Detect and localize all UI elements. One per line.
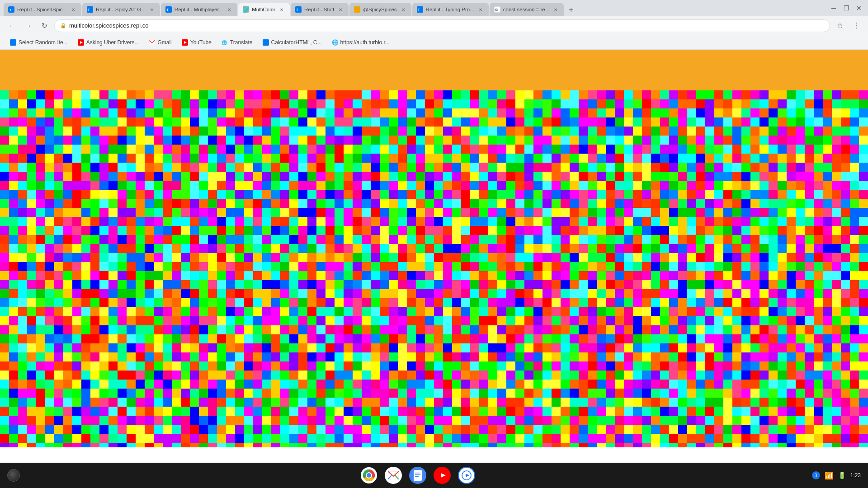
bookmark-label-6: CalculatorHTML, C... xyxy=(271,39,322,46)
tabs-container: r Repl.it - SpicedSpic... ✕ r Repl.it - … xyxy=(4,0,825,16)
bookmark-favicon-2 xyxy=(78,39,84,46)
tab-close-6[interactable]: ✕ xyxy=(400,6,407,13)
taskbar-center xyxy=(24,467,812,484)
tab-label-2: Repl.it - Spicy Art G... xyxy=(96,7,146,12)
svg-rect-23 xyxy=(415,473,420,474)
tab-spicy[interactable]: @SpicySpices ✕ xyxy=(349,3,411,16)
wifi-icon: 📶 xyxy=(825,471,834,480)
bookmark-label-3: Gmail xyxy=(157,39,171,46)
bookmark-favicon-1 xyxy=(10,39,16,46)
tab-replit-2[interactable]: r Repl.it - Spicy Art G... ✕ xyxy=(82,3,160,16)
tab-favicon-1: r xyxy=(8,6,14,13)
taskbar-docs-icon[interactable] xyxy=(409,467,426,484)
bookmark-label-7: https://auth.turbio.r... xyxy=(340,39,390,46)
tab-close-4[interactable]: ✕ xyxy=(278,6,285,13)
taskbar-youtube-icon[interactable] xyxy=(434,467,451,484)
tab-close-7[interactable]: ✕ xyxy=(477,6,484,13)
color-canvas xyxy=(0,90,868,447)
svg-text:r: r xyxy=(10,8,11,12)
title-bar: r Repl.it - SpicedSpic... ✕ r Repl.it - … xyxy=(0,0,868,16)
taskbar-gmail-icon[interactable] xyxy=(385,467,402,484)
taskbar-play-icon[interactable] xyxy=(458,467,475,484)
bookmark-favicon-3 xyxy=(149,39,155,46)
bookmark-turbio[interactable]: 🌐 https://auth.turbio.r... xyxy=(327,37,394,48)
notification-count: 3 xyxy=(815,473,817,478)
bookmarks-bar: Select Random Ite... Asking Uber Drivers… xyxy=(0,35,868,50)
svg-marker-13 xyxy=(184,41,187,44)
svg-marker-11 xyxy=(80,41,83,44)
close-button[interactable]: ✕ xyxy=(854,3,864,14)
svg-text:r: r xyxy=(167,7,169,12)
bookmark-label-2: Asking Uber Drivers... xyxy=(86,39,139,46)
tab-favicon-2: r xyxy=(87,6,93,13)
bookmark-label-5: Translate xyxy=(230,39,253,46)
taskbar-right: 3 📶 🔋 1:23 xyxy=(812,471,861,480)
window-controls: ─ ❐ ✕ xyxy=(828,3,864,14)
bookmark-label-1: Select Random Ite... xyxy=(19,39,68,46)
tab-favicon-3: r xyxy=(165,6,172,13)
bookmark-select-random[interactable]: Select Random Ite... xyxy=(5,37,72,48)
svg-text:🌐: 🌐 xyxy=(222,40,227,46)
bookmark-favicon-6 xyxy=(263,39,269,46)
lock-icon: 🔒 xyxy=(60,23,66,28)
tab-label-4: MultiColor xyxy=(252,7,275,12)
taskbar-circle-icon xyxy=(7,469,20,482)
address-bar[interactable]: 🔒 multicolor.spicedspices.repl.co xyxy=(54,19,830,32)
tab-favicon-7: r xyxy=(417,6,423,13)
tab-label-1: Repl.it - SpicedSpic... xyxy=(17,7,67,12)
page-orange-header xyxy=(0,50,868,90)
content-area xyxy=(0,50,868,447)
svg-point-18 xyxy=(367,473,371,478)
bookmark-calculator[interactable]: CalculatorHTML, C... xyxy=(258,37,326,48)
battery-icon: 🔋 xyxy=(838,472,846,479)
forward-button[interactable]: → xyxy=(22,19,34,32)
tab-close-3[interactable]: ✕ xyxy=(226,6,233,13)
taskbar-chrome-icon[interactable] xyxy=(360,467,377,484)
tab-replit-7[interactable]: r Repl.it - Typing Pro... ✕ xyxy=(412,3,489,16)
tab-label-6: @SpicySpices xyxy=(363,7,396,12)
nav-bar: ← → ↻ 🔒 multicolor.spicedspices.repl.co … xyxy=(0,16,868,35)
bookmark-gmail[interactable]: Gmail xyxy=(144,37,176,48)
tab-multicolor[interactable]: MultiColor ✕ xyxy=(238,3,290,16)
tab-favicon-8: G xyxy=(494,6,500,13)
reload-button[interactable]: ↻ xyxy=(38,19,51,32)
new-tab-button[interactable]: + xyxy=(565,4,577,16)
tab-label-8: const session = re... xyxy=(503,7,550,12)
bookmark-translate[interactable]: 🌐 Translate xyxy=(217,37,257,48)
tab-label-5: Repl.it - Stuff xyxy=(304,7,334,12)
bookmark-label-4: YouTube xyxy=(190,39,212,46)
bookmark-favicon-4 xyxy=(182,39,188,46)
back-button[interactable]: ← xyxy=(5,19,18,32)
bookmark-star-button[interactable]: ☆ xyxy=(834,19,846,32)
taskbar: 3 📶 🔋 1:23 xyxy=(0,463,868,488)
tab-label-3: Repl.it - Multiplayer... xyxy=(175,7,223,12)
tab-replit-1[interactable]: r Repl.it - SpicedSpic... ✕ xyxy=(4,3,81,16)
bookmark-asking-uber[interactable]: Asking Uber Drivers... xyxy=(73,37,144,48)
bookmark-favicon-5: 🌐 xyxy=(222,39,228,46)
tab-close-5[interactable]: ✕ xyxy=(337,6,344,13)
bookmark-youtube[interactable]: YouTube xyxy=(177,37,216,48)
tab-google[interactable]: G const session = re... ✕ xyxy=(490,3,564,16)
tab-replit-3[interactable]: r Repl.it - Multiplayer... ✕ xyxy=(161,3,237,16)
svg-rect-24 xyxy=(415,474,420,475)
bookmark-favicon-7: 🌐 xyxy=(332,39,338,46)
url-text: multicolor.spicedspices.repl.co xyxy=(69,22,824,29)
svg-text:r: r xyxy=(297,7,298,12)
tab-close-2[interactable]: ✕ xyxy=(148,6,156,13)
svg-rect-22 xyxy=(414,470,422,481)
svg-text:G: G xyxy=(495,8,498,12)
notification-badge: 3 xyxy=(812,471,820,479)
svg-rect-25 xyxy=(415,476,419,477)
browser-window: r Repl.it - SpicedSpic... ✕ r Repl.it - … xyxy=(0,0,868,447)
restore-button[interactable]: ❐ xyxy=(841,3,852,14)
svg-text:r: r xyxy=(88,7,90,12)
svg-text:r: r xyxy=(418,7,420,12)
menu-button[interactable]: ⋮ xyxy=(850,19,863,32)
tab-replit-5[interactable]: r Repl.it - Stuff ✕ xyxy=(291,3,349,16)
tab-close-1[interactable]: ✕ xyxy=(70,6,77,13)
tab-favicon-6 xyxy=(354,6,360,13)
tab-close-8[interactable]: ✕ xyxy=(552,6,559,13)
minimize-button[interactable]: ─ xyxy=(828,3,839,14)
tab-favicon-5: r xyxy=(295,6,302,13)
taskbar-left xyxy=(7,469,24,482)
